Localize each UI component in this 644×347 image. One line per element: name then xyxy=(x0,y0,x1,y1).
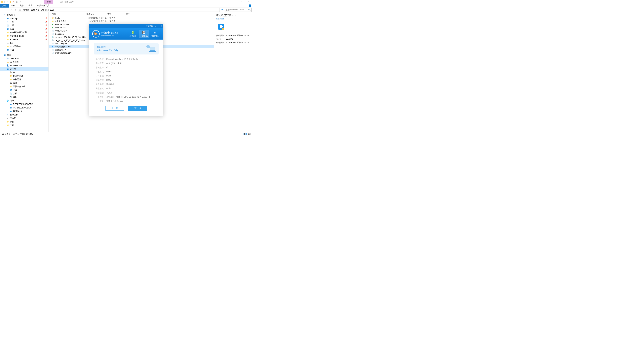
nav-official-site[interactable]: ⓔ官方网址 xyxy=(150,30,160,38)
close-red-icon[interactable]: ✕ xyxy=(12,0,15,3)
up-button[interactable]: ↑ xyxy=(14,8,18,12)
sidebar-item[interactable]: ☁WPS网盘 xyxy=(0,60,48,64)
file-row[interactable]: 📁Tools2020/12/25, 星期五 1...文件夹 xyxy=(49,16,214,20)
tab-view[interactable]: 查看 xyxy=(26,4,35,7)
address-bar[interactable]: 🖴 › 此电脑 › 文档 (E:) › Win7x64_2020 ⌄ xyxy=(18,8,220,12)
refresh-button[interactable]: ⟳ xyxy=(220,8,224,12)
sidebar-item[interactable]: 📁win7重装win7 xyxy=(0,45,48,48)
nav-oneclick-install[interactable]: 💾一键装机 xyxy=(139,30,149,38)
sidebar-item[interactable]: 📁文件 xyxy=(0,124,48,127)
back-button[interactable]: ← xyxy=(1,8,4,12)
view-details-button[interactable]: ☰ xyxy=(243,133,246,135)
sidebar-item[interactable]: 📁本机照片 xyxy=(0,78,48,81)
search-icon[interactable]: 🔍 xyxy=(248,9,251,11)
col-name[interactable]: 名称 xyxy=(49,12,86,15)
tab-share[interactable]: 共享 xyxy=(18,4,26,7)
contact-link[interactable]: 联系客服 xyxy=(146,25,153,27)
crumb-folder[interactable]: Win7x64_2020 xyxy=(41,9,54,11)
sidebar-item[interactable]: 🖼图片 xyxy=(0,88,48,92)
prev-button[interactable]: 上一步 xyxy=(106,106,124,111)
tree-label: 此电脑 xyxy=(10,67,16,70)
globe-icon: ⓔ xyxy=(153,30,157,34)
sidebar-item[interactable]: 🖥Desktop📌 xyxy=(0,16,48,20)
sidebar-item[interactable]: 📁软件 xyxy=(0,120,48,124)
context-tab-manage[interactable]: 管理 xyxy=(44,0,53,4)
crumb-drive[interactable]: 文档 (E:) xyxy=(31,8,39,11)
recent-dropdown[interactable]: ▾ xyxy=(10,8,13,12)
sidebar-item[interactable]: 📁YUNQISHI2019📌 xyxy=(0,34,48,38)
sidebar-item[interactable]: 🖼图片📌 xyxy=(0,27,48,31)
sidebar-item[interactable]: 📁excel表格制作求和📌 xyxy=(0,31,48,34)
maximize-button[interactable]: ▢ xyxy=(237,0,245,4)
tree-label: 控制面板 xyxy=(10,113,18,116)
sidebar-item[interactable]: 🎬视频 xyxy=(0,81,48,85)
sidebar-item[interactable]: ⬇下载📌 xyxy=(0,20,48,24)
sidebar-item[interactable]: 🖥DESKTOP-LSSOEDP xyxy=(0,102,48,106)
sidebar-item[interactable]: 📁Bandicam📌 xyxy=(0,38,48,41)
sidebar-item[interactable]: 📁天翼云盘下载 xyxy=(0,85,48,88)
drive-icon: 🖴 xyxy=(19,9,21,11)
sidebar-item[interactable]: 📄文档 xyxy=(0,92,48,95)
sidebar-item[interactable]: 🖴G:\ xyxy=(0,41,48,45)
file-icon: 📄 xyxy=(51,49,54,51)
sidebar-item[interactable]: 🖼图片 xyxy=(0,48,48,52)
sidebar-item[interactable]: 📁保存的图片 xyxy=(0,74,48,78)
sidebar-item[interactable]: 🖥ZMT2019 xyxy=(0,109,48,113)
sidebar-item[interactable]: 🖥PC-20190530OBLA xyxy=(0,106,48,109)
col-size[interactable]: 大小 xyxy=(126,12,139,15)
tree-label: 软件 xyxy=(10,120,14,123)
crumb-pc[interactable]: 此电脑 xyxy=(23,8,29,11)
sidebar-item[interactable]: ☁OneDrive xyxy=(0,57,48,60)
sidebar-item[interactable]: 📄文档📌 xyxy=(0,24,48,27)
tab-apptools[interactable]: 应用程序工具 xyxy=(35,4,52,7)
nav-usb-boot[interactable]: 🔋启动U盘 xyxy=(128,30,138,38)
dropdown-icon[interactable]: ▾ xyxy=(19,0,22,3)
col-type[interactable]: 类型 xyxy=(107,12,126,15)
forward-button[interactable]: → xyxy=(5,8,9,12)
folder-icon: 📁 xyxy=(6,31,9,34)
sidebar-item[interactable]: 👤Administrator xyxy=(0,64,48,67)
pin-icon: 📌 xyxy=(45,21,47,23)
sidebar-item[interactable]: 📚库 xyxy=(0,71,48,74)
file-name: 硬盘安装教程.html xyxy=(55,52,88,54)
search-input[interactable]: 搜索"Win7x64_2020" 🔍 xyxy=(225,8,252,12)
folder-icon: ☁ xyxy=(6,57,9,60)
tree-label: excel表格制作求和 xyxy=(10,31,27,34)
properties-icon[interactable]: ◐ xyxy=(16,0,18,3)
sidebar-item[interactable]: 🌐网络 xyxy=(0,99,48,102)
desktop-icon: 🖥 xyxy=(3,54,6,56)
sidebar-item[interactable]: 🎵音乐 xyxy=(0,95,48,99)
dialog-close-button[interactable]: ✕ xyxy=(160,25,162,27)
info-label: 分区形式 xyxy=(94,75,104,77)
folder-icon[interactable]: ▮ xyxy=(9,0,12,3)
chevron-right-icon[interactable]: › xyxy=(40,9,40,11)
help-icon[interactable]: ? xyxy=(249,4,251,7)
col-date[interactable]: 修改日期 xyxy=(86,12,107,15)
chevron-right-icon[interactable]: › xyxy=(30,9,30,11)
check-icon[interactable]: ✓ xyxy=(6,0,8,3)
info-row: 系统语言中文 (简体，中国) xyxy=(94,61,159,65)
chevron-right-icon[interactable]: › xyxy=(22,9,22,11)
sidebar-item[interactable]: ⚙控制面板 xyxy=(0,113,48,116)
address-dropdown-icon[interactable]: ⌄ xyxy=(217,9,219,11)
close-button[interactable]: ✕ xyxy=(245,0,252,4)
minimize-button[interactable]: ─ xyxy=(230,0,237,4)
dialog-minimize-button[interactable]: ─ xyxy=(158,25,159,27)
info-label: 启动方式 xyxy=(94,79,104,82)
file-row[interactable]: 📁U盘安装教程2020/12/25, 星期五 1...文件夹 xyxy=(49,20,214,23)
tree-quick-access[interactable]: ★快速访问 xyxy=(0,13,48,16)
sidebar-item[interactable]: 🖥此电脑 xyxy=(0,67,48,71)
dialog-body: 准备安装: Windows 7 (x64) 操作系统Microsoft Wind… xyxy=(89,39,163,116)
next-button[interactable]: 下一步 xyxy=(128,106,147,111)
details-value: 2020/12/25, 星期五 16:33 xyxy=(226,41,249,44)
tree-label: 图片 xyxy=(13,89,17,91)
ribbon-expand-icon[interactable]: ⌄ xyxy=(246,4,247,7)
view-thumbnails-button[interactable]: ▦ xyxy=(247,133,250,135)
tab-home[interactable]: 主页 xyxy=(9,4,18,7)
sidebar-item[interactable]: 🗑回收站 xyxy=(0,116,48,120)
folder-icon: 🎵 xyxy=(10,96,12,99)
tab-file[interactable]: 文件 xyxy=(0,4,9,7)
folder-icon: 🖥 xyxy=(6,68,9,70)
menu-icon[interactable]: ≡ xyxy=(155,25,156,27)
tree-desktop[interactable]: 🖥桌面 xyxy=(0,53,48,57)
